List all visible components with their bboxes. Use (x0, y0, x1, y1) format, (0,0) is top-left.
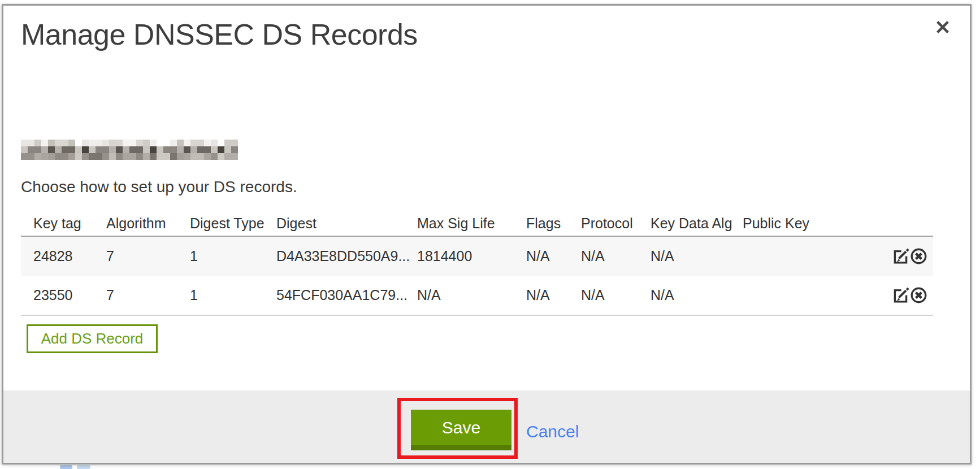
redaction-pixel (48, 153, 55, 160)
redaction-pixel (231, 146, 238, 153)
cell-max-sig-life: 1814400 (417, 236, 526, 276)
redaction-pixel (102, 146, 109, 153)
setup-instructions: Choose how to set up your DS records. (21, 178, 297, 196)
redaction-pixel (68, 146, 75, 153)
cell-flags: N/A (526, 236, 581, 276)
redaction-pixel (109, 140, 116, 146)
dialog-footer: Save Cancel (3, 390, 970, 463)
redaction-pixel (231, 140, 238, 146)
redaction-pixel (75, 140, 82, 146)
save-highlight-annotation: Save (397, 398, 518, 459)
redaction-pixel (211, 153, 218, 160)
column-header-algorithm: Algorithm (106, 211, 190, 236)
redaction-pixel (34, 146, 41, 153)
redaction-pixel (34, 153, 41, 160)
cell-digest: 54FCF030AA1C79... (276, 276, 417, 315)
cell-protocol: N/A (581, 276, 651, 315)
column-header-digest: Digest (276, 211, 417, 236)
redaction-pixel (102, 153, 109, 160)
cell-public-key (743, 236, 892, 276)
cell-flags: N/A (526, 276, 581, 315)
delete-record-button[interactable] (910, 286, 927, 304)
redaction-pixel (116, 153, 123, 160)
edit-record-icon (892, 247, 909, 265)
column-header-digest-type: Digest Type (190, 211, 276, 236)
cell-digest-type: 1 (190, 276, 276, 315)
redaction-pixel (89, 146, 96, 153)
column-header-actions (892, 211, 933, 236)
cell-algorithm: 7 (106, 236, 190, 276)
redaction-pixel (150, 153, 157, 160)
delete-record-icon (910, 286, 927, 304)
redaction-pixel (177, 153, 184, 160)
manage-dnssec-dialog: Manage DNSSEC DS Records Choose how to s… (2, 4, 972, 464)
redaction-pixel (89, 140, 96, 146)
redaction-pixel (190, 140, 197, 146)
redaction-pixel (82, 140, 89, 146)
edit-record-button[interactable] (892, 286, 909, 304)
redaction-pixel (224, 140, 231, 146)
redaction-pixel (28, 153, 34, 160)
redaction-pixel (123, 140, 129, 146)
column-header-flags: Flags (526, 211, 581, 236)
delete-record-button[interactable] (910, 247, 927, 265)
redaction-pixel (170, 146, 177, 153)
table-row: 2482871D4A33E8DD550A9...1814400N/AN/AN/A (21, 236, 933, 276)
redaction-pixel (136, 153, 143, 160)
redaction-pixel (136, 140, 143, 146)
redaction-pixel (68, 153, 75, 160)
redaction-pixel (21, 140, 28, 146)
redaction-pixel (75, 146, 82, 153)
redaction-pixel (184, 153, 190, 160)
cell-digest: D4A33E8DD550A9... (276, 236, 417, 276)
redaction-pixel (116, 140, 123, 146)
redaction-pixel (197, 140, 204, 146)
redaction-pixel (68, 140, 75, 146)
redaction-pixel (96, 146, 102, 153)
cell-key-data-alg: N/A (651, 236, 743, 276)
cell-key-tag: 23550 (21, 276, 106, 315)
redaction-pixel (211, 146, 218, 153)
close-icon-glyph (934, 18, 952, 36)
ds-records-table: Key tagAlgorithmDigest TypeDigestMax Sig… (21, 211, 933, 316)
redaction-pixel (55, 146, 62, 153)
redaction-pixel (184, 146, 190, 153)
edit-record-button[interactable] (892, 247, 909, 265)
table-row: 235507154FCF030AA1C79...N/AN/AN/AN/A (21, 276, 933, 315)
cell-algorithm: 7 (106, 276, 190, 315)
redaction-pixel (34, 140, 41, 146)
add-ds-record-button[interactable]: Add DS Record (27, 324, 158, 353)
redaction-pixel (157, 146, 163, 153)
column-header-max-sig-life: Max Sig Life (417, 211, 526, 236)
redaction-pixel (41, 153, 48, 160)
redaction-pixel (150, 146, 157, 153)
column-header-key-tag: Key tag (21, 211, 106, 236)
cell-max-sig-life: N/A (417, 276, 526, 315)
cell-digest-type: 1 (190, 236, 276, 276)
redaction-pixel (197, 153, 204, 160)
redaction-pixel (170, 153, 177, 160)
redaction-pixel (21, 146, 28, 153)
cell-public-key (743, 276, 892, 315)
redaction-pixel (55, 140, 62, 146)
redaction-pixel (82, 153, 89, 160)
redaction-pixel (204, 153, 211, 160)
redaction-pixel (184, 140, 190, 146)
redaction-pixel (177, 146, 184, 153)
cancel-link[interactable]: Cancel (526, 422, 579, 441)
redaction-pixel (109, 146, 116, 153)
redaction-pixel (218, 153, 224, 160)
redaction-pixel (157, 140, 163, 146)
redaction-pixel (129, 140, 136, 146)
redaction-pixel (123, 146, 129, 153)
save-button[interactable]: Save (411, 410, 511, 450)
cell-key-tag: 24828 (21, 236, 106, 276)
close-icon[interactable] (933, 17, 953, 37)
redaction-pixel (218, 146, 224, 153)
cell-key-data-alg: N/A (651, 276, 743, 315)
redaction-pixel (109, 153, 116, 160)
redaction-pixel (224, 146, 231, 153)
redaction-pixel (197, 146, 204, 153)
delete-record-icon (910, 247, 927, 265)
redaction-pixel (62, 146, 68, 153)
